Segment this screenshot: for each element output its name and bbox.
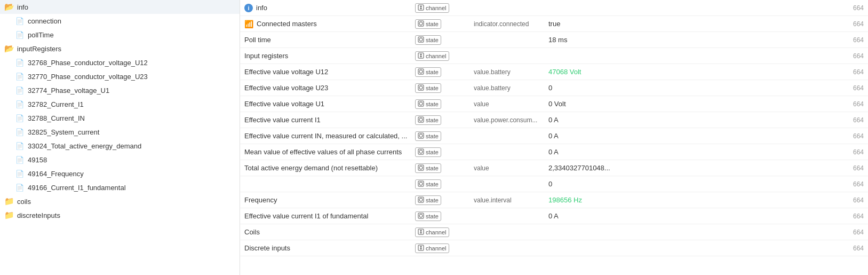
row-id: 664 (837, 100, 864, 108)
file-icon: 📄 (15, 16, 25, 26)
file-icon: 📄 (15, 72, 25, 81)
row-id: 664 (837, 229, 864, 236)
table-row: Coilschannel664 (240, 224, 868, 240)
row-id: 664 (837, 164, 864, 172)
tree-item-label: 32774_Phase_voltage_U1 (28, 87, 109, 95)
tree-item-32788[interactable]: 📄32788_Current_IN (0, 111, 240, 125)
row-badge-col: state (415, 147, 474, 157)
row-name-text: Mean value of effective values of all ph… (244, 148, 402, 156)
state-icon (418, 148, 424, 156)
row-value: 0 A (548, 116, 837, 124)
tree-item-49166[interactable]: 📄49166_Current_I1_fundamental (0, 180, 240, 194)
badge-label: state (426, 37, 439, 43)
table-row: state0664 (240, 176, 868, 192)
tree-item-info[interactable]: 📂info (0, 0, 240, 14)
state-icon (418, 116, 424, 124)
file-icon: 📄 (15, 99, 25, 109)
row-value: 0 Volt (548, 100, 837, 108)
folder-open-icon: 📂 (4, 2, 14, 12)
tree-item-33024[interactable]: 📄33024_Total_active_energy_demand (0, 139, 240, 153)
row-badge-col: state (415, 179, 474, 189)
type-badge: state (415, 195, 441, 205)
row-id: 664 (837, 180, 864, 188)
type-badge: state (415, 211, 441, 221)
row-value: true (548, 20, 837, 28)
table-row: Effective value current IN, measured or … (240, 128, 868, 144)
row-role: value.interval (474, 197, 548, 204)
type-badge: channel (415, 3, 449, 13)
tree-item-32774[interactable]: 📄32774_Phase_voltage_U1 (0, 83, 240, 97)
row-id: 664 (837, 245, 864, 252)
channel-icon (418, 229, 424, 236)
tree-item-discreteInputs[interactable]: 📁discreteInputs (0, 208, 240, 222)
row-name-col: iinfo (244, 4, 415, 12)
svg-point-13 (419, 102, 423, 105)
row-name-col: Frequency (244, 196, 415, 204)
row-value: 0 (548, 84, 837, 92)
row-name-text: Effective value current I1 of fundamenta… (244, 212, 368, 220)
tree-item-coils[interactable]: 📁coils (0, 194, 240, 208)
row-id: 664 (837, 148, 864, 156)
row-name-col: Effective value voltage U1 (244, 100, 415, 108)
tree-item-49164[interactable]: 📄49164_Frequency (0, 167, 240, 180)
tree-item-32825[interactable]: 📄32825_System_current (0, 125, 240, 139)
badge-label: state (426, 213, 439, 219)
tree-item-connection[interactable]: 📄connection (0, 14, 240, 28)
row-name-text: info (256, 4, 267, 12)
row-name-text: Frequency (244, 196, 277, 204)
row-role: value.battery (474, 84, 548, 92)
file-icon: 📄 (15, 113, 25, 123)
svg-point-5 (419, 38, 423, 41)
tree-item-pollTime[interactable]: 📄pollTime (0, 28, 240, 42)
badge-label: state (426, 85, 439, 91)
row-name-text: Input registers (244, 52, 288, 60)
tree-item-label: discreteInputs (17, 211, 60, 219)
file-icon: 📄 (15, 85, 25, 95)
tree-item-label: 49164_Frequency (28, 170, 84, 178)
file-icon: 📄 (15, 169, 25, 178)
row-badge-col: state (415, 195, 474, 205)
file-icon: 📄 (15, 141, 25, 151)
row-value: 47068 Volt (548, 68, 837, 76)
row-badge-col: state (415, 163, 474, 173)
row-badge-col: channel (415, 3, 474, 13)
row-name-col: Effective value voltage U23 (244, 84, 415, 92)
type-badge: state (415, 115, 441, 125)
table-row: Mean value of effective values of all ph… (240, 144, 868, 160)
row-role: value (474, 164, 548, 172)
row-name-col: Coils (244, 228, 415, 236)
row-name-text: Effective value voltage U1 (244, 100, 324, 108)
badge-label: state (426, 149, 439, 155)
tree-item-label: 32768_Phase_conductor_voltage_U12 (28, 59, 148, 67)
channel-icon (418, 52, 424, 60)
tree-item-label: 32770_Phase_conductor_voltage_U23 (28, 73, 148, 81)
tree-item-label: pollTime (28, 31, 54, 39)
tree-item-label: connection (28, 17, 61, 25)
badge-label: channel (426, 5, 447, 11)
row-badge-col: channel (415, 243, 474, 253)
row-badge-col: channel (415, 51, 474, 61)
tree-item-32770[interactable]: 📄32770_Phase_conductor_voltage_U23 (0, 69, 240, 83)
tree-item-32768[interactable]: 📄32768_Phase_conductor_voltage_U12 (0, 56, 240, 69)
row-role: value.battery (474, 68, 548, 76)
tree-item-inputRegisters[interactable]: 📂inputRegisters (0, 42, 240, 56)
state-icon (418, 132, 424, 140)
file-icon: 📄 (15, 155, 25, 164)
file-icon: 📄 (15, 127, 25, 137)
row-id: 664 (837, 132, 864, 140)
file-icon: 📄 (15, 183, 25, 192)
row-badge-col: state (415, 115, 474, 125)
row-badge-col: state (415, 35, 474, 45)
badge-label: channel (426, 53, 447, 59)
row-name-text: Coils (244, 228, 260, 236)
type-badge: state (415, 99, 441, 109)
tree-item-label: inputRegisters (17, 45, 61, 53)
row-value: 0 A (548, 212, 837, 220)
tree-item-32782[interactable]: 📄32782_Current_I1 (0, 97, 240, 111)
table-row: Frequencystatevalue.interval198656 Hz664 (240, 192, 868, 208)
row-name-text: Effective value current I1 (244, 116, 321, 124)
row-name-col: Total active energy demand (not resettab… (244, 164, 415, 172)
tree-item-49158[interactable]: 📄49158 (0, 153, 240, 167)
svg-point-21 (419, 166, 423, 169)
row-badge-col: state (415, 131, 474, 141)
